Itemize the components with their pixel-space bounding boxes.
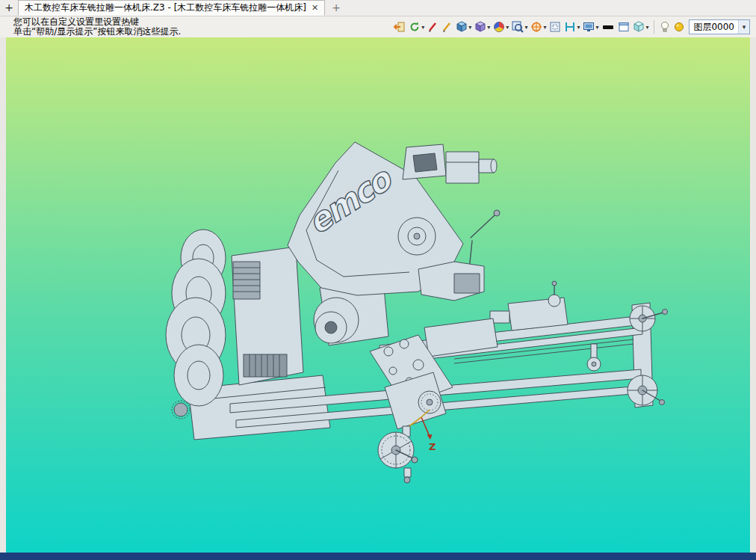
hint-line-2: 单击“帮助/显示提示”按钮来取消这些提示. — [13, 27, 181, 37]
black-plane-icon[interactable] — [600, 18, 616, 36]
shaded-cube-icon[interactable]: ▾ — [454, 18, 473, 36]
display-monitor-icon[interactable]: ▾ — [581, 18, 600, 36]
dropdown-arrow-icon[interactable]: ▾ — [468, 24, 471, 31]
dropdown-arrow-icon[interactable]: ▾ — [506, 24, 509, 31]
document-tab[interactable]: 木工数控车床车铣拉雕一体机床.Z3 - [木工数控车床车铣拉雕一体机床] ✕ — [18, 0, 325, 16]
pin-plus-icon[interactable]: + — [0, 0, 18, 16]
dropdown-arrow-icon[interactable]: ▾ — [524, 24, 527, 31]
dropdown-arrow-icon[interactable]: ▾ — [595, 24, 598, 31]
dropdown-arrow-icon[interactable]: ▾ — [487, 24, 490, 31]
dropdown-arrow-icon[interactable]: ▾ — [645, 24, 648, 31]
layer-combo-value: 图层0000 — [690, 21, 738, 34]
wireframe-cube-icon[interactable]: ▾ — [473, 18, 492, 36]
view-toolbar: 您可以在自定义设置里设置热键 单击“帮助/显示提示”按钮来取消这些提示. ▾ ▾ — [0, 16, 756, 37]
gold-pen-icon[interactable] — [440, 18, 454, 36]
leadscrew-handwheel — [628, 375, 665, 405]
tailstock-handwheel — [630, 306, 668, 331]
tailstock — [490, 281, 568, 330]
axis-z-label: Z — [429, 441, 436, 452]
hotkey-hint: 您可以在自定义设置里设置热键 单击“帮助/显示提示”按钮来取消这些提示. — [13, 17, 181, 37]
dropdown-arrow-icon[interactable]: ▾ — [543, 24, 546, 31]
machine-model[interactable]: emco — [166, 142, 668, 483]
pulley-stack — [166, 230, 226, 406]
motor-block — [232, 247, 303, 385]
new-tab-icon[interactable]: + — [332, 0, 341, 16]
orient-compass-icon[interactable]: ▾ — [529, 18, 548, 36]
cross-slide-handwheel — [378, 426, 418, 483]
document-tab-title: 木工数控车床车铣拉雕一体机床.Z3 - [木工数控车床车铣拉雕一体机床] — [25, 1, 306, 14]
refresh-view-icon[interactable]: ▾ — [407, 18, 426, 36]
tab-bar: + 木工数控车床车铣拉雕一体机床.Z3 - [木工数控车床车铣拉雕一体机床] ✕… — [0, 0, 756, 16]
layer-combo-arrow-icon[interactable]: ▾ — [738, 20, 749, 34]
viewport[interactable]: emco — [6, 37, 750, 553]
layer-combo[interactable]: 图层0000 ▾ — [689, 19, 750, 34]
zoom-window-icon[interactable]: ▾ — [510, 18, 529, 36]
viewport-frame-icon[interactable] — [548, 18, 563, 36]
color-wheel-icon[interactable]: ▾ — [492, 18, 510, 36]
app-window: + 木工数控车床车铣拉雕一体机床.Z3 - [木工数控车床车铣拉雕一体机床] ✕… — [0, 0, 756, 560]
red-pen-icon[interactable] — [426, 18, 440, 36]
machine-model-canvas[interactable]: emco — [6, 37, 750, 553]
toolbar-icons: ▾ ▾ ▾ ▾ ▾ — [391, 18, 756, 36]
yellow-ball-icon[interactable] — [672, 18, 687, 36]
section-ruler-icon[interactable]: ▾ — [563, 18, 581, 36]
white-panel-icon[interactable] — [616, 18, 631, 36]
bulb-icon[interactable] — [658, 18, 672, 36]
tab-close-icon[interactable]: ✕ — [312, 3, 318, 13]
gearbox-block — [418, 262, 484, 301]
dropdown-arrow-icon[interactable]: ▾ — [421, 24, 424, 31]
cyan-cube-icon[interactable]: ▾ — [631, 18, 650, 36]
dropdown-arrow-icon[interactable]: ▾ — [577, 24, 580, 31]
exit-icon[interactable] — [391, 18, 407, 36]
window-bottom-edge — [0, 553, 756, 560]
toolbar-separator — [654, 20, 654, 34]
